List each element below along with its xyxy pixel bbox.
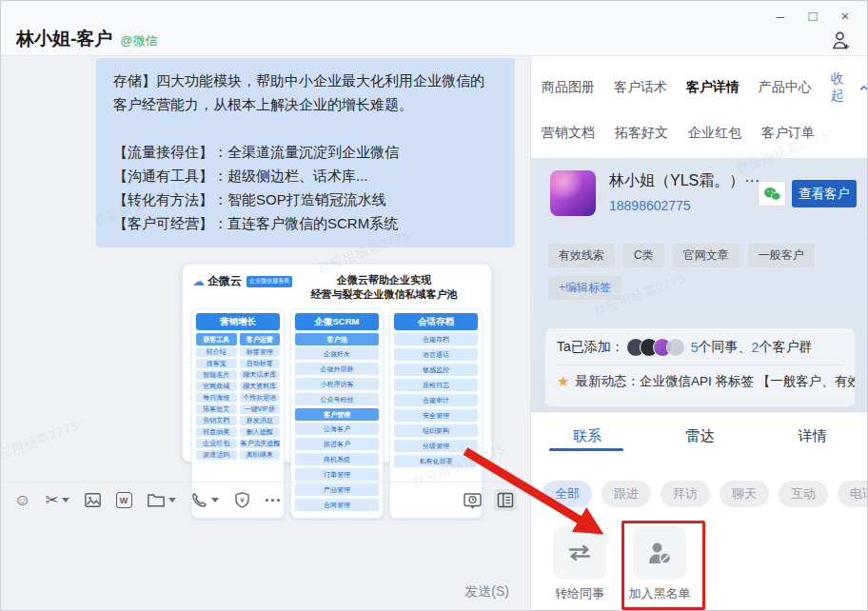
tag-chip: 有效线索 bbox=[548, 244, 615, 267]
chevron-up-icon bbox=[859, 85, 868, 91]
sidebar-panel-icon[interactable] bbox=[494, 489, 517, 511]
transfer-icon bbox=[553, 526, 606, 580]
feature-chip: 聊天话术库 bbox=[240, 370, 281, 380]
folder-icon[interactable] bbox=[147, 492, 176, 508]
chat-history-icon[interactable] bbox=[463, 491, 483, 510]
member-avatars bbox=[626, 338, 685, 357]
filter-pill[interactable]: 全部 bbox=[542, 481, 592, 507]
subcolumn-header: 客户管理 bbox=[295, 408, 379, 421]
customer-phone: 18898602775 bbox=[609, 198, 691, 213]
column-header: 会话存档 bbox=[394, 313, 478, 330]
feature-chip: 转介绍 bbox=[196, 347, 237, 357]
detail-tab[interactable]: 联系 bbox=[573, 427, 602, 445]
feature-list: 合规存档语音通话敏感监控质检日志合规审计安全管理组织架构分级管理私有化部署 bbox=[394, 333, 478, 467]
window-controls: – □ × bbox=[764, 3, 861, 28]
subcolumn-header: 客户池 bbox=[295, 333, 379, 345]
collapse-toggle[interactable]: 收起 bbox=[831, 70, 868, 105]
edit-tags-button[interactable]: +编辑标签 bbox=[548, 276, 621, 300]
feature-chip: 质检日志 bbox=[394, 379, 478, 391]
call-icon[interactable] bbox=[190, 491, 219, 509]
filter-pill[interactable]: 跟进 bbox=[602, 481, 651, 507]
detail-tab[interactable]: 雷达 bbox=[685, 427, 714, 445]
feature-list: 企微好友企微外部群小程序访客公众号粉丝 bbox=[295, 347, 379, 405]
send-button[interactable]: 发送(S) bbox=[464, 583, 509, 601]
add-to-blacklist-button[interactable]: 加入黑名单 bbox=[625, 526, 694, 602]
action-label: 转给同事 bbox=[545, 585, 614, 602]
chat-image-attachment[interactable]: ☁ 企微云 企业微信服务商 企微云帮助企业实现 经营与裂变企业微信私域客户池 营… bbox=[182, 264, 492, 463]
feature-chip: 客户流失提醒 bbox=[240, 439, 281, 448]
feature-chip: 搜客宝 bbox=[196, 359, 237, 368]
colleague-count[interactable]: 5 bbox=[691, 340, 699, 355]
sidebar-tab[interactable]: 企业红包 bbox=[688, 125, 761, 142]
tag-chip: 官网文章 bbox=[673, 244, 740, 267]
added-summary: Ta已添加： 5 个同事、 2 个客户群 bbox=[545, 328, 855, 365]
subcolumn-header: 客户运营 bbox=[240, 333, 281, 345]
filter-pill[interactable]: 聊天 bbox=[720, 481, 769, 507]
filter-pill[interactable]: 拜访 bbox=[661, 481, 710, 507]
feature-chip: 语音通话 bbox=[394, 348, 478, 361]
sidebar-tab[interactable]: 产品中心 bbox=[759, 79, 831, 96]
feature-chip: 敏感监控 bbox=[394, 364, 478, 376]
action-label: 加入黑名单 bbox=[625, 585, 694, 602]
feature-chip: 商机系统 bbox=[295, 453, 379, 465]
message-line: 【转化有方法】：智能SOP打造销冠流水线 bbox=[113, 187, 498, 211]
wechat-icon bbox=[763, 187, 781, 202]
subcolumn-header: 获客工具 bbox=[196, 333, 237, 345]
screenshot-icon[interactable]: ✂ bbox=[45, 492, 69, 508]
transfer-to-colleague-button[interactable]: 转给同事 bbox=[545, 526, 614, 602]
chevron-down-icon bbox=[168, 498, 176, 503]
sidebar-tab[interactable]: 营销文档 bbox=[542, 125, 615, 142]
feature-chip: 聊天资料库 bbox=[240, 382, 281, 391]
sidebar-tab[interactable]: 商品图册 bbox=[542, 79, 614, 96]
message-line: 【流量接得住】：全渠道流量沉淀到企业微信 bbox=[113, 140, 498, 164]
view-customer-button[interactable]: 查看客户 bbox=[792, 180, 857, 207]
app-window: 群应用杨霜2775 群应用杨霜2775 群应用杨霜2775 群应用杨霜2775 … bbox=[0, 0, 868, 611]
add-member-icon[interactable] bbox=[830, 30, 852, 55]
minimize-button[interactable]: – bbox=[764, 3, 797, 28]
column-header: 企微SCRM bbox=[295, 313, 379, 330]
sidebar-tab[interactable]: 客户详情 bbox=[686, 79, 759, 96]
feature-chip: 渠道活码 bbox=[196, 450, 237, 460]
customer-tags: 有效线索C类官网文章一般客户 bbox=[548, 244, 815, 267]
maximize-button[interactable]: □ bbox=[797, 3, 829, 28]
filter-pill[interactable]: 互动 bbox=[779, 481, 828, 507]
infographic-title-line1: 企微云帮助企业实现 bbox=[292, 273, 476, 287]
feature-chip: 一键VIP群 bbox=[240, 404, 281, 414]
logo-text: 企微云 bbox=[207, 273, 242, 289]
wechat-channel-chip bbox=[758, 181, 786, 207]
filter-pill[interactable]: 电话 bbox=[838, 481, 868, 507]
emoji-icon[interactable]: ☺ bbox=[14, 492, 30, 508]
sidebar-tab[interactable]: 客户话术 bbox=[614, 79, 686, 96]
feature-chip: 安全管理 bbox=[394, 409, 478, 422]
column-header: 营销增长 bbox=[196, 313, 280, 330]
feature-chip: 每日海报 bbox=[196, 393, 237, 403]
feature-chip: 私有化部署 bbox=[394, 455, 478, 467]
star-icon: ★ bbox=[557, 373, 569, 390]
feature-chip: 官网商城 bbox=[196, 382, 237, 391]
feature-chip: 小程序访客 bbox=[295, 378, 379, 390]
infographic-header: ☁ 企微云 企业微信服务商 企微云帮助企业实现 经营与裂变企业微信私域客户池 bbox=[183, 265, 491, 304]
cloud-icon: ☁ bbox=[192, 274, 205, 288]
image-icon[interactable] bbox=[84, 491, 102, 509]
detail-tab[interactable]: 详情 bbox=[799, 427, 827, 445]
feature-chip: 企业红包 bbox=[196, 439, 237, 448]
chevron-down-icon bbox=[62, 498, 69, 503]
feature-chip: 自动标签 bbox=[240, 359, 281, 368]
red-packet-icon[interactable]: ¥ bbox=[233, 491, 251, 509]
close-button[interactable]: × bbox=[829, 3, 861, 28]
word-doc-icon[interactable]: W bbox=[116, 492, 132, 508]
feature-chip: 订单管理 bbox=[295, 468, 379, 481]
compose-toolbar: ☺ ✂ W bbox=[1, 482, 530, 518]
tag-chip: 一般客户 bbox=[748, 244, 815, 267]
sidebar-nav-tabs: 商品图册客户话术客户详情产品中心 收起 营销文档拓客好文企业红包客户订单 对外收… bbox=[531, 56, 868, 158]
more-icon[interactable] bbox=[266, 499, 280, 502]
feature-list: 转介绍搜客宝智能名片官网商城每日海报拓客短文营销文档转盘抽奖企业红包渠道活码 bbox=[196, 347, 237, 460]
relationship-card: Ta已添加： 5 个同事、 2 个客户群 ★ 最新动态：企业微信API 将标签 bbox=[544, 327, 856, 407]
feature-chip: 营销文档 bbox=[196, 416, 237, 425]
activity-filters: 全部跟进拜访聊天互动电话 bbox=[542, 481, 868, 507]
sidebar-tab[interactable]: 客户订单 bbox=[761, 125, 835, 142]
blacklist-person-icon bbox=[633, 526, 686, 580]
feature-chip: 个性欢迎语 bbox=[240, 393, 281, 403]
customer-sidebar: 商品图册客户话术客户详情产品中心 收起 营销文档拓客好文企业红包客户订单 对外收… bbox=[531, 56, 868, 611]
sidebar-tab[interactable]: 拓客好文 bbox=[615, 125, 688, 142]
